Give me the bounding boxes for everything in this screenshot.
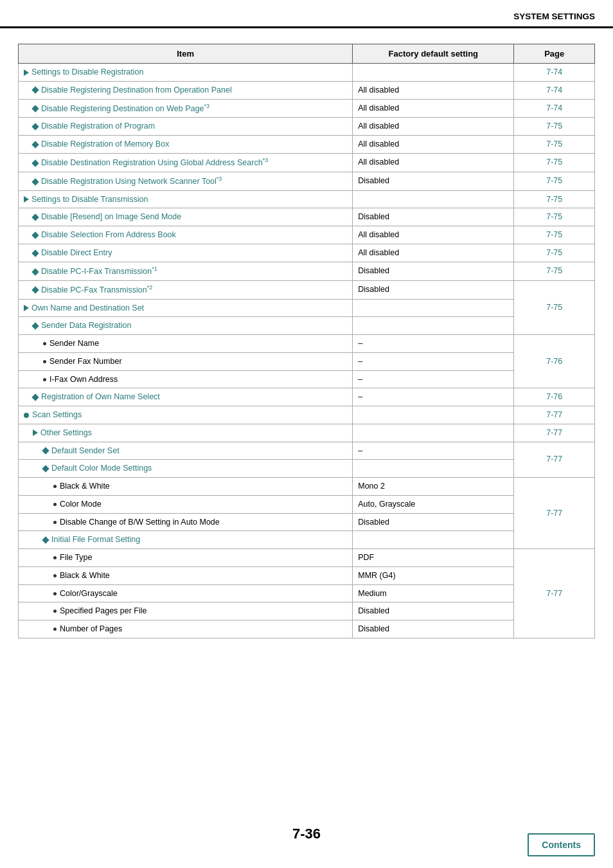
factory-value xyxy=(353,424,514,442)
item-text: Black & White xyxy=(60,482,110,491)
factory-value: All disabled xyxy=(353,118,514,136)
diamond-icon xyxy=(31,393,39,401)
factory-value: Disabled xyxy=(353,208,514,226)
table-row: Registration of Own Name Select–7-76 xyxy=(19,388,595,406)
factory-value: – xyxy=(353,352,514,370)
factory-value: All disabled xyxy=(353,99,514,118)
diamond-icon xyxy=(31,178,39,185)
page-number-cell: 7-75 xyxy=(514,172,595,190)
item-text: Other Settings xyxy=(40,428,92,437)
factory-value xyxy=(353,531,514,549)
factory-value: Disabled xyxy=(353,602,514,620)
item-text: Disable Registering Destination on Web P… xyxy=(41,104,209,113)
item-text: Disable Destination Registration Using G… xyxy=(41,158,268,167)
factory-value: Disabled xyxy=(353,513,514,531)
table-row: Settings to Disable Transmission7-75 xyxy=(19,190,595,208)
item-text: Disable Selection From Address Book xyxy=(41,230,176,239)
item-text: Color Mode xyxy=(60,500,102,509)
page-number-cell: 7-75 xyxy=(514,118,595,136)
table-row: Own Name and Destination Set xyxy=(19,299,595,317)
factory-value: Auto, Grayscale xyxy=(353,495,514,513)
table-row: Disable Selection From Address BookAll d… xyxy=(19,226,595,244)
item-text: File Type xyxy=(60,553,93,562)
page-number-cell: 7-75 xyxy=(514,226,595,244)
item-text: Default Color Mode Settings xyxy=(51,464,152,473)
triangle-icon xyxy=(24,69,29,76)
table-row: Black & WhiteMono 27-77 xyxy=(19,478,595,496)
factory-value: Disabled xyxy=(353,280,514,299)
page-number-cell: 7-74 xyxy=(514,99,595,118)
page-number-cell: 7-77 xyxy=(514,549,595,638)
item-text: Disable Change of B/W Setting in Auto Mo… xyxy=(60,518,220,527)
factory-value xyxy=(353,64,514,82)
table-row: Disable PC-I-Fax Transmission*1Disabled7… xyxy=(19,262,595,280)
table-row: Disable Registering Destination on Web P… xyxy=(19,99,595,118)
factory-value xyxy=(353,406,514,424)
factory-value: Medium xyxy=(353,584,514,602)
item-text: Sender Fax Number xyxy=(49,357,122,366)
item-text: Black & White xyxy=(60,571,110,580)
bullet-icon xyxy=(53,574,57,577)
factory-value xyxy=(353,190,514,208)
table-row: Default Sender Set–7-77 xyxy=(19,442,595,460)
diamond-icon xyxy=(31,105,39,113)
table-row: Number of PagesDisabled xyxy=(19,620,595,638)
table-row: Sender Name–7-76 xyxy=(19,335,595,353)
item-text: Disable [Resend] on Image Send Mode xyxy=(41,212,181,221)
item-text: Disable Registration of Program xyxy=(41,122,155,131)
table-row: Scan Settings7-77 xyxy=(19,406,595,424)
page-number-cell: 7-75 xyxy=(514,136,595,154)
factory-value: All disabled xyxy=(353,226,514,244)
diamond-icon xyxy=(31,322,39,329)
table-row: Specified Pages per FileDisabled xyxy=(19,602,595,620)
page-number-cell: 7-75 xyxy=(514,190,595,208)
table-row: Settings to Disable Registration7-74 xyxy=(19,64,595,82)
page-number-cell: 7-75 xyxy=(514,153,595,172)
bullet-icon xyxy=(43,378,46,381)
diamond-icon xyxy=(31,287,39,294)
table-row: Color ModeAuto, Grayscale xyxy=(19,495,595,513)
item-text: Scan Settings xyxy=(32,410,82,419)
item-text: Disable Registering Destination from Ope… xyxy=(41,86,232,95)
diamond-icon xyxy=(31,159,39,167)
table-row: File TypePDF7-77 xyxy=(19,549,595,567)
bullet-icon xyxy=(53,556,57,559)
table-row: Disable Registration of Memory BoxAll di… xyxy=(19,136,595,154)
item-text: Disable Direct Entry xyxy=(41,248,112,257)
page-number-cell: 7-77 xyxy=(514,478,595,549)
table-row: Color/GrayscaleMedium xyxy=(19,584,595,602)
page-number-cell: 7-75 xyxy=(514,208,595,226)
item-text: Disable PC-Fax Transmission*2 xyxy=(41,285,152,294)
contents-button[interactable]: Contents xyxy=(528,833,595,856)
factory-value: Disabled xyxy=(353,172,514,190)
factory-value: – xyxy=(353,335,514,353)
page-footer: 7-36 xyxy=(0,826,613,842)
page-number-cell: 7-77 xyxy=(514,424,595,442)
page-number-cell: 7-77 xyxy=(514,442,595,478)
factory-value: Disabled xyxy=(353,620,514,638)
item-text: I-Fax Own Address xyxy=(49,375,118,384)
table-row: I-Fax Own Address– xyxy=(19,370,595,388)
header-title: SYSTEM SETTINGS xyxy=(513,12,595,21)
diamond-icon xyxy=(31,249,39,257)
factory-value xyxy=(353,299,514,317)
factory-value: PDF xyxy=(353,549,514,567)
factory-value: All disabled xyxy=(353,81,514,99)
diamond-icon xyxy=(31,141,39,148)
item-text: Settings to Disable Transmission xyxy=(31,195,148,204)
page-header: SYSTEM SETTINGS xyxy=(0,0,613,28)
factory-value: All disabled xyxy=(353,244,514,262)
page-number-cell: 7-77 xyxy=(514,406,595,424)
diamond-icon xyxy=(31,231,39,239)
item-text: Disable Registration of Memory Box xyxy=(41,140,169,149)
item-text: Number of Pages xyxy=(60,624,122,633)
page-number: 7-36 xyxy=(292,826,321,842)
factory-value: All disabled xyxy=(353,153,514,172)
triangle-icon xyxy=(33,429,38,436)
page-number-cell: 7-75 xyxy=(514,244,595,262)
circle-icon xyxy=(24,413,29,418)
diamond-icon xyxy=(42,536,49,543)
table-row: Disable Registration of ProgramAll disab… xyxy=(19,118,595,136)
item-text: Specified Pages per File xyxy=(60,606,147,615)
table-row: Other Settings7-77 xyxy=(19,424,595,442)
